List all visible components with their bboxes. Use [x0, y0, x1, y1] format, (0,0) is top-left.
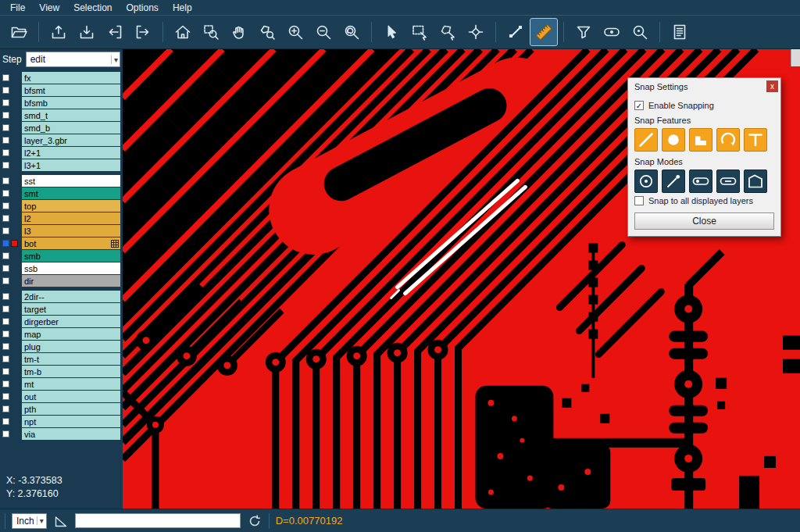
layer-visibility-checkbox[interactable]	[2, 293, 9, 300]
checkbox-checked-icon[interactable]: ✓	[634, 101, 644, 110]
layer-row-via[interactable]: via	[0, 428, 123, 440]
layer-visibility-checkbox[interactable]	[2, 330, 9, 337]
snap-point-button[interactable]	[662, 170, 685, 193]
layer-name-label[interactable]: npt	[22, 416, 120, 427]
snap-pad-button[interactable]	[662, 128, 685, 152]
menu-item-file[interactable]: File	[3, 2, 32, 14]
scrollbar-stub[interactable]	[791, 49, 800, 66]
layer-row-top[interactable]: top	[0, 200, 123, 212]
snap-text-button[interactable]	[744, 128, 767, 152]
snap-slot-key-button[interactable]	[689, 170, 712, 193]
snap-line-button[interactable]	[634, 128, 658, 152]
layer-name-label[interactable]: l2+1	[22, 147, 120, 159]
snap-arc-button[interactable]	[716, 128, 740, 152]
checkbox-unchecked-icon[interactable]	[634, 196, 644, 205]
layer-visibility-checkbox[interactable]	[2, 137, 9, 144]
layer-visibility-checkbox[interactable]	[2, 227, 9, 234]
layer-visibility-checkbox[interactable]	[2, 74, 9, 81]
layer-name-label[interactable]: layer_3.gbr	[22, 134, 120, 146]
layer-row-plug[interactable]: plug	[0, 341, 123, 352]
layer-visibility-checkbox[interactable]	[2, 277, 9, 284]
command-input[interactable]	[75, 513, 241, 528]
layer-visibility-checkbox[interactable]	[2, 252, 9, 259]
layer-visibility-checkbox[interactable]	[2, 405, 9, 412]
layer-visibility-checkbox[interactable]	[2, 368, 9, 375]
layer-name-label[interactable]: via	[22, 428, 120, 440]
layer-name-label[interactable]: l3+1	[22, 159, 120, 171]
snap-all-layers-checkbox[interactable]: Snap to all displayed layers	[634, 196, 774, 205]
menu-item-options[interactable]: Options	[120, 2, 166, 14]
layer-visibility-checkbox[interactable]	[2, 202, 9, 209]
layer-row-l3[interactable]: l3	[0, 225, 123, 237]
layer-visibility-checkbox[interactable]	[2, 149, 9, 156]
zoom-out-button[interactable]	[310, 19, 337, 45]
layer-row-tm-b[interactable]: tm-b	[0, 366, 123, 377]
layer-name-label[interactable]: l2	[22, 212, 120, 224]
layer-visibility-checkbox[interactable]	[2, 343, 9, 350]
layer-row-l3+1[interactable]: l3+1	[0, 159, 123, 171]
sync-icon[interactable]	[247, 513, 262, 529]
layer-row-mt[interactable]: mt	[0, 378, 123, 390]
layer-name-label[interactable]: dir	[22, 275, 120, 287]
layer-row-l2[interactable]: l2	[0, 212, 123, 224]
layer-name-label[interactable]: map	[22, 328, 120, 340]
layer-visibility-checkbox[interactable]	[2, 190, 9, 197]
zoom-polygon-button[interactable]	[254, 19, 280, 45]
layer-row-out[interactable]: out	[0, 391, 123, 402]
select-reference-button[interactable]	[462, 19, 489, 45]
layer-name-label[interactable]: bfsmb	[22, 97, 120, 109]
layer-name-label[interactable]: out	[22, 391, 120, 402]
layer-name-label[interactable]: dirgerber	[22, 316, 120, 327]
layer-visibility-checkbox[interactable]	[2, 240, 9, 247]
layer-name-label[interactable]: mt	[22, 378, 120, 390]
layer-row-smb[interactable]: smb	[0, 250, 123, 262]
layer-name-label[interactable]: smd_t	[22, 109, 120, 121]
layer-row-smd_b[interactable]: smd_b	[0, 122, 123, 134]
layer-visibility-checkbox[interactable]	[2, 418, 9, 425]
select-window-button[interactable]	[406, 19, 433, 45]
zoom-window-button[interactable]	[198, 19, 224, 45]
layer-name-label[interactable]: bfsmt	[22, 84, 120, 96]
layer-name-label[interactable]: top	[22, 200, 120, 212]
open-file-button[interactable]	[5, 19, 32, 45]
layer-row-target[interactable]: target	[0, 303, 123, 315]
layer-name-label[interactable]: ssb	[22, 262, 120, 274]
enable-snapping-checkbox[interactable]: ✓ Enable Snapping	[634, 101, 774, 110]
pointer-button[interactable]	[378, 19, 405, 45]
layer-name-label[interactable]: sst	[22, 175, 120, 187]
layer-row-sst[interactable]: sst	[0, 175, 123, 187]
layer-visibility-checkbox[interactable]	[2, 112, 9, 119]
layer-visibility-checkbox[interactable]	[2, 318, 9, 325]
layer-visibility-checkbox[interactable]	[2, 162, 9, 169]
layer-row-smd_t[interactable]: smd_t	[0, 109, 123, 121]
angle-tool-icon[interactable]	[53, 513, 69, 529]
layer-name-label[interactable]: 2dir--	[22, 291, 120, 302]
layer-visibility-checkbox[interactable]	[2, 215, 9, 222]
layer-name-label[interactable]: l3	[22, 225, 120, 237]
zoom-in-button[interactable]	[282, 19, 309, 45]
close-button[interactable]: Close	[634, 212, 774, 230]
layer-visibility-checkbox[interactable]	[2, 265, 9, 272]
pcb-canvas[interactable]: Snap Settings x ✓ Enable Snapping Snap F…	[123, 49, 800, 509]
layer-visibility-checkbox[interactable]	[2, 355, 9, 362]
import-left-button[interactable]	[102, 19, 128, 45]
layer-name-label[interactable]: smb	[22, 250, 120, 262]
select-polygon-button[interactable]	[434, 19, 461, 45]
layer-row-tm-t[interactable]: tm-t	[0, 353, 123, 365]
layer-name-label[interactable]: fx	[22, 72, 120, 84]
layer-row-l2+1[interactable]: l2+1	[0, 147, 123, 159]
import-right-button[interactable]	[130, 19, 156, 45]
layer-visibility-checkbox[interactable]	[2, 87, 9, 94]
menu-item-help[interactable]: Help	[166, 2, 199, 14]
layer-visibility-checkbox[interactable]	[2, 380, 9, 387]
layer-visibility-checkbox[interactable]	[2, 430, 9, 437]
snap-center-button[interactable]	[634, 170, 658, 193]
layer-row-dir[interactable]: dir	[0, 275, 123, 287]
import-up-button[interactable]	[45, 19, 72, 45]
layer-visibility-checkbox[interactable]	[2, 99, 9, 106]
snap-corner-button[interactable]	[689, 128, 712, 152]
pan-button[interactable]	[226, 19, 252, 45]
layer-row-pth[interactable]: pth	[0, 403, 123, 415]
view-options-button[interactable]	[598, 19, 625, 45]
layer-name-label[interactable]: tm-t	[22, 353, 120, 365]
